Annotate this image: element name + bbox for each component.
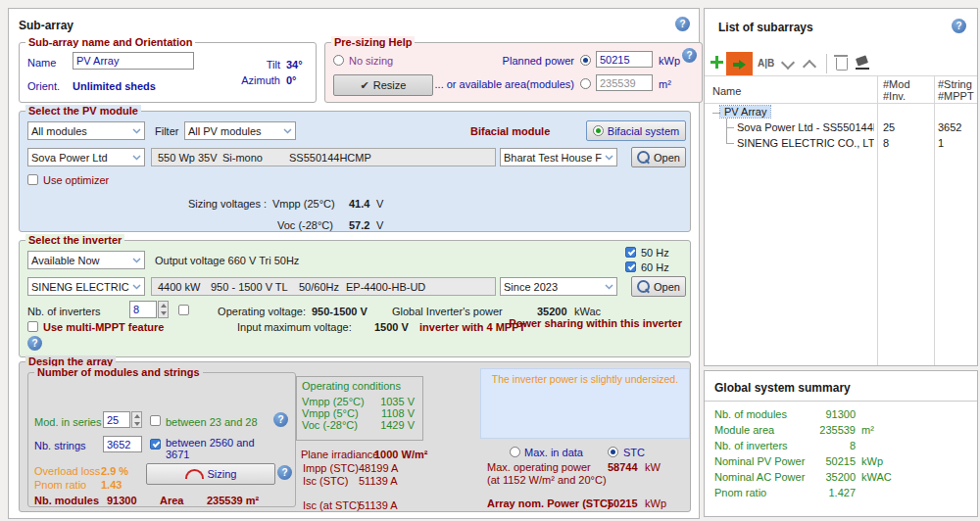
module-datasource-select[interactable]: Bharat Test House F <box>500 148 617 166</box>
isc-stc-label: Isc (STC) <box>303 475 348 487</box>
help-icon[interactable]: ? <box>675 17 690 31</box>
tree-item-module-string: 3652 <box>938 121 961 133</box>
nb-strings-input[interactable] <box>103 436 142 452</box>
pv-module-group-title: Select the PV module <box>25 105 141 117</box>
inverter-open-button[interactable]: Open <box>631 276 686 297</box>
tree-root-pv-array[interactable]: PV Array <box>720 106 770 118</box>
inverter-option-checkbox[interactable] <box>178 305 189 315</box>
tree-connector <box>726 118 727 143</box>
rename-icon[interactable]: A|B <box>758 58 774 69</box>
subarray-name-input[interactable] <box>73 52 194 70</box>
name-label: Name <box>27 57 56 69</box>
tilt-label: Tilt <box>243 59 280 71</box>
table-header-top-line <box>705 75 977 76</box>
table-header-bottom-line <box>705 103 977 104</box>
no-sizing-label: No sizing <box>349 55 393 67</box>
nb-strings-range-checkbox[interactable] <box>150 439 161 450</box>
inverter-warning-text: The inverter power is slightly undersize… <box>492 373 678 385</box>
add-subarray-button[interactable] <box>710 56 723 69</box>
plane-irradiance-value: 1000 W/m² <box>374 449 427 460</box>
chevron-down-icon <box>132 258 141 263</box>
resize-button[interactable]: ✔ Resize <box>333 74 433 96</box>
inverter-model: EP-4400-HB-UD <box>346 281 425 293</box>
pv-module-group: Select the PV module All modules Filter … <box>19 111 691 232</box>
move-subarray-button[interactable] <box>726 52 753 76</box>
summary-row-value: 235539 <box>793 424 856 436</box>
chevron-down-icon <box>605 284 613 290</box>
overload-loss-label: Overload loss <box>34 465 100 477</box>
no-sizing-radio[interactable] <box>333 55 344 66</box>
planned-power-radio[interactable] <box>580 55 591 66</box>
inverter-since-select[interactable]: Since 2023 <box>500 277 617 296</box>
inverter-manufacturer-select[interactable]: SINENG ELECTRIC CO. <box>27 277 145 296</box>
nb-inverters-input[interactable] <box>129 301 157 318</box>
inverter-description-field[interactable]: 4400 kW 950 - 1500 V TL 50/60Hz EP-4400-… <box>151 277 496 296</box>
module-open-button[interactable]: Open <box>631 147 686 167</box>
mod-series-stepper[interactable] <box>131 411 142 428</box>
search-icon <box>637 151 650 164</box>
mod-series-range-checkbox[interactable] <box>150 415 161 426</box>
column-header-mod: #Mod <box>883 78 910 90</box>
sizing-button[interactable]: Sizing <box>146 463 275 485</box>
module-manufacturer-select[interactable]: Sova Power Ltd <box>27 148 145 166</box>
toolbar-separator <box>826 54 827 73</box>
pnom-ratio-label: Pnom ratio <box>34 479 86 491</box>
module-tech: Si-mono <box>222 152 263 164</box>
area-radio[interactable] <box>580 78 591 89</box>
inverter-open-label: Open <box>654 281 680 293</box>
sizing-curve-icon <box>185 469 204 479</box>
inverter-availability-select[interactable]: Available Now <box>27 251 145 269</box>
multi-mppt-checkbox[interactable] <box>27 321 38 332</box>
freq-50hz-checkbox[interactable] <box>625 247 636 258</box>
nb-inverters-stepper[interactable] <box>158 301 169 318</box>
tree-item-inverter-mppt: 1 <box>938 137 944 149</box>
chevron-down-icon <box>132 128 141 134</box>
freq-60hz-checkbox[interactable] <box>625 261 636 272</box>
chevron-up-icon <box>803 60 816 73</box>
mod-series-input[interactable] <box>103 411 130 428</box>
table-column-line <box>934 75 935 365</box>
sizing-help-icon[interactable]: ? <box>277 465 292 480</box>
max-operating-power-unit: kW <box>645 461 661 473</box>
move-up-button[interactable] <box>805 58 818 71</box>
nb-modules-label: Nb. modules <box>34 495 99 506</box>
orient-value: Unlimited sheds <box>73 80 156 92</box>
move-down-button[interactable] <box>783 58 797 71</box>
tree-item-module[interactable]: Sova Power Ltd - SS550144HCMP <box>737 121 874 133</box>
clear-subarray-button[interactable] <box>856 56 869 70</box>
module-scope-select[interactable]: All modules <box>27 121 145 140</box>
subarray-list-help-icon[interactable]: ? <box>952 19 966 33</box>
freq-60hz-label: 60 Hz <box>641 261 669 273</box>
use-optimizer-checkbox[interactable] <box>27 174 38 185</box>
sizing-button-label: Sizing <box>208 468 237 480</box>
subarray-list-title: List of subarrays <box>718 21 813 34</box>
operating-conditions-title: Operating conditions <box>302 380 401 392</box>
summary-row-value: 91300 <box>793 408 856 420</box>
planned-power-input[interactable] <box>596 51 653 68</box>
opcond-row-value: 1429 V <box>366 419 415 431</box>
inverter-help-icon[interactable]: ? <box>27 336 42 351</box>
summary-row-unit: kWp <box>861 455 883 467</box>
module-filter-select[interactable]: All PV modules <box>184 121 296 140</box>
freq-50hz-label: 50 Hz <box>641 247 669 259</box>
module-power: 550 Wp 35V <box>158 152 218 164</box>
tree-item-inverter[interactable]: SINENG ELECTRIC CO., LTD. - E... <box>737 137 874 149</box>
modules-strings-group-title: Number of modules and strings <box>34 366 203 378</box>
subarray-panel: Sub-array ? Sub-array name and Orientati… <box>8 8 700 519</box>
delete-subarray-button[interactable] <box>836 58 848 71</box>
column-header-mppt: #MPPT <box>938 90 974 102</box>
array-nom-power-value: 50215 <box>608 497 638 509</box>
presizing-help-icon[interactable]: ? <box>682 48 697 63</box>
isc-at-stc-label: Isc (at STC) <box>303 499 361 511</box>
mod-series-help-icon[interactable]: ? <box>273 412 288 427</box>
summary-row-label: Nb. of modules <box>714 408 787 420</box>
bifacial-system-button[interactable]: Bifacial system <box>586 120 686 141</box>
tree-connector <box>726 143 734 144</box>
area-input[interactable] <box>596 74 653 91</box>
stc-radio[interactable] <box>608 447 618 457</box>
column-header-string: #String <box>938 78 972 90</box>
summary-title-rule <box>705 401 977 402</box>
max-in-data-radio[interactable] <box>510 447 520 457</box>
use-optimizer-label: Use optimizer <box>43 174 109 186</box>
module-description-field[interactable]: 550 Wp 35V Si-mono SS550144HCMP <box>151 148 496 166</box>
